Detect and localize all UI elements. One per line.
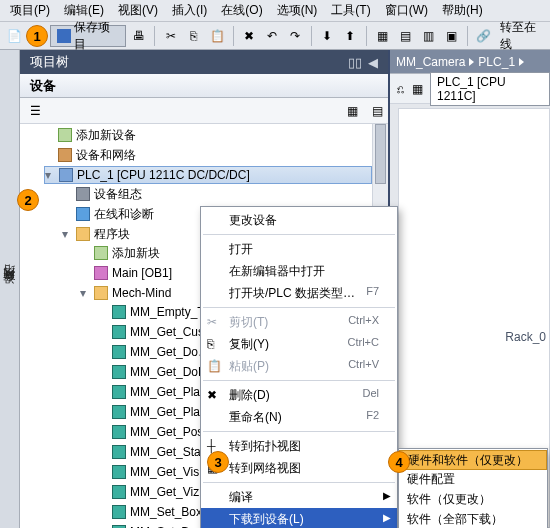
download-icon[interactable]: ⬇ [317, 25, 338, 47]
submenu-arrow-icon: ▶ [383, 490, 391, 501]
print-icon[interactable]: 🖶 [128, 25, 149, 47]
tree-tb-icon-1[interactable]: ☰ [24, 100, 46, 122]
right-toolbar: ⎌ ▦ PLC_1 [CPU 1211C] [390, 74, 550, 104]
submenu-arrow-icon: ▶ [383, 512, 391, 523]
menu-insert[interactable]: 插入(I) [166, 0, 213, 21]
ctx-paste: 📋粘贴(P)Ctrl+V [201, 355, 397, 377]
step-marker-2: 2 [17, 189, 39, 211]
sub-sw-all[interactable]: 软件（全部下载） [399, 509, 547, 528]
ctx-download[interactable]: 下载到设备(L)▶ [201, 508, 397, 528]
menu-options[interactable]: 选项(N) [271, 0, 324, 21]
rt-icon-2[interactable]: ▦ [411, 78, 424, 100]
undo-icon[interactable]: ↶ [262, 25, 283, 47]
ctx-delete[interactable]: ✖删除(D)Del [201, 384, 397, 406]
step-marker-4: 4 [388, 451, 410, 473]
add-device-icon [58, 128, 72, 142]
tb-icon-a[interactable]: ▦ [372, 25, 393, 47]
download-submenu: 硬件和软件（仅更改） 硬件配置 软件（仅更改） 软件（全部下载） [398, 448, 548, 528]
copy-icon[interactable]: ⎘ [183, 25, 204, 47]
diag-icon [76, 207, 90, 221]
menu-tools[interactable]: 工具(T) [325, 0, 376, 21]
folder-icon [76, 227, 90, 241]
ctx-copy[interactable]: ⎘复制(Y)Ctrl+C [201, 333, 397, 355]
sidebar-vertical-tab[interactable]: 设备与网络 [0, 50, 20, 528]
fb-icon [112, 505, 126, 519]
gear-icon [76, 187, 90, 201]
devices-tab-label: 设备 [30, 77, 56, 95]
cut-icon[interactable]: ✂ [160, 25, 181, 47]
fb-icon [112, 485, 126, 499]
upload-icon[interactable]: ⬆ [340, 25, 361, 47]
fb-icon [112, 365, 126, 379]
header-icon-columns[interactable]: ▯▯ [348, 55, 362, 70]
fb-icon [112, 465, 126, 479]
step-marker-3: 3 [207, 451, 229, 473]
crumb-sep-icon [469, 58, 474, 66]
redo-icon[interactable]: ↷ [285, 25, 306, 47]
menu-window[interactable]: 窗口(W) [379, 0, 434, 21]
tb-icon-b[interactable]: ▤ [395, 25, 416, 47]
rt-icon-1[interactable]: ⎌ [396, 78, 405, 100]
ctx-cut: ✂剪切(T)Ctrl+X [201, 311, 397, 333]
tree-add-device[interactable]: 添加新设备 [44, 126, 388, 144]
fb-icon [112, 445, 126, 459]
tree-device-config[interactable]: 设备组态 [62, 185, 388, 203]
sub-hw-sw-changes[interactable]: 硬件和软件（仅更改） [399, 450, 547, 470]
devices-tab[interactable]: 设备 [20, 74, 388, 98]
ctx-rename[interactable]: 重命名(N)F2 [201, 406, 397, 428]
menu-view[interactable]: 视图(V) [112, 0, 164, 21]
context-menu: 更改设备 打开 在新编辑器中打开 打开块/PLC 数据类型…F7 ✂剪切(T)C… [200, 206, 398, 528]
new-project-icon[interactable]: 📄 [4, 25, 25, 47]
fb-icon [112, 425, 126, 439]
tree-tb-icon-3[interactable]: ▤ [366, 100, 388, 122]
sidebar-label: 设备与网络 [1, 284, 18, 294]
project-tree-header: 项目树 ▯▯ ◀ [20, 50, 388, 74]
scrollbar-thumb[interactable] [375, 124, 386, 184]
fb-icon [112, 385, 126, 399]
paste-icon[interactable]: 📋 [206, 25, 227, 47]
tree-toolbar: ☰ ▦ ▤ [20, 98, 388, 124]
ctx-change-device[interactable]: 更改设备 [201, 209, 397, 231]
folder-icon [94, 286, 108, 300]
toolbar: 📄 📂 保存项目 🖶 ✂ ⎘ 📋 ✖ ↶ ↷ ⬇ ⬆ ▦ ▤ ▥ ▣ 🔗 转至在… [0, 22, 550, 50]
ctx-compile[interactable]: 编译▶ [201, 486, 397, 508]
crumb-1[interactable]: MM_Camera [396, 55, 465, 69]
tree-plc-node[interactable]: ▾PLC_1 [CPU 1211C DC/DC/DC] [44, 166, 372, 184]
header-icon-collapse[interactable]: ◀ [368, 55, 378, 70]
fb-icon [112, 305, 126, 319]
menu-online[interactable]: 在线(O) [215, 0, 268, 21]
breadcrumb: MM_Camera PLC_1 [390, 50, 550, 74]
copy-icon: ⎘ [207, 337, 221, 351]
ctx-open[interactable]: 打开 [201, 238, 397, 260]
network-icon [58, 148, 72, 162]
go-online-icon[interactable]: 🔗 [473, 25, 494, 47]
save-project-label: 保存项目 [74, 19, 120, 53]
sub-hw-config[interactable]: 硬件配置 [399, 469, 547, 489]
fb-icon [112, 325, 126, 339]
menu-help[interactable]: 帮助(H) [436, 0, 489, 21]
fb-icon [112, 405, 126, 419]
project-tree-title: 项目树 [30, 53, 69, 71]
ctx-open-block[interactable]: 打开块/PLC 数据类型…F7 [201, 282, 397, 304]
menu-project[interactable]: 项目(P) [4, 0, 56, 21]
tb-icon-c[interactable]: ▥ [418, 25, 439, 47]
delete-icon: ✖ [207, 388, 221, 402]
crumb-2[interactable]: PLC_1 [478, 55, 515, 69]
delete-icon[interactable]: ✖ [239, 25, 260, 47]
disk-icon [57, 29, 70, 43]
ctx-open-editor[interactable]: 在新编辑器中打开 [201, 260, 397, 282]
tree-tb-icon-2[interactable]: ▦ [341, 100, 363, 122]
add-block-icon [94, 246, 108, 260]
go-online-label[interactable]: 转至在线 [496, 17, 550, 55]
sub-sw-changes[interactable]: 软件（仅更改） [399, 489, 547, 509]
ctx-goto-net[interactable]: ▦转到网络视图 [201, 457, 397, 479]
plc-name-box[interactable]: PLC_1 [CPU 1211C] [430, 72, 550, 106]
cut-icon: ✂ [207, 315, 221, 329]
tb-icon-d[interactable]: ▣ [441, 25, 462, 47]
paste-icon: 📋 [207, 359, 221, 373]
fb-icon [112, 345, 126, 359]
ctx-goto-topo[interactable]: ┼转到拓扑视图 [201, 435, 397, 457]
tree-devices-networks[interactable]: 设备和网络 [44, 146, 388, 164]
save-project-button[interactable]: 保存项目 [50, 25, 126, 47]
step-marker-1: 1 [26, 25, 48, 47]
